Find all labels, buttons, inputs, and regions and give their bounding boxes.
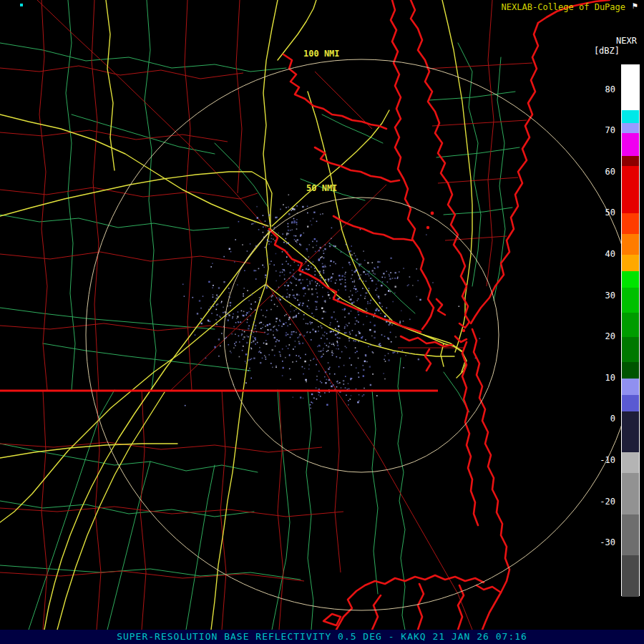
colorbar-segment [622,555,639,597]
colorbar-tick: 50 [605,207,615,218]
range-ring-50 [224,197,499,472]
units-label: [dBZ] [594,46,620,56]
colorbar-tick: 40 [605,248,615,260]
cod-flag-icon: ⚑ [633,1,638,11]
colorbar-segment [622,395,639,411]
attribution-text: NEXLAB-College of DuPage [502,2,625,12]
range-rings [86,59,637,610]
colorbar-segment [622,411,639,453]
colorbar-segment [622,110,639,122]
colorbar-segment [622,133,639,156]
colorbar-segment [622,514,639,556]
colorbar-tick: -10 [600,454,615,466]
radar-map [0,0,644,630]
range-ring-50-label: 50 NMI [306,183,337,193]
colorbar-segment [622,271,639,288]
map-highways [0,0,472,630]
colorbar-segment [622,452,639,473]
reflectivity-colorbar [621,64,640,596]
colorbar-tick: 10 [605,372,615,384]
radar-echo-layer [182,195,480,409]
range-ring-100 [86,59,637,610]
colorbar-tick: 20 [605,331,615,342]
colorbar-segment [622,473,639,514]
range-ring-100-label: 100 NMI [303,49,340,59]
colorbar-tick: 0 [610,413,615,424]
map-secondary-roads [0,0,519,630]
colorbar-segment [622,156,639,166]
colorbar-segment [622,313,639,338]
colorbar-segment [622,123,639,133]
colorbar-tick: -30 [600,537,615,548]
colorbar-segment [622,379,639,395]
colorbar-tick: 30 [605,290,615,301]
colorbar-segment [622,288,639,313]
colorbar-tick: 70 [605,125,615,136]
colorbar-tick: -20 [600,496,615,507]
colorbar-segment [622,166,639,213]
product-code-label: NEXR [616,36,637,46]
colorbar-segment [622,213,639,234]
colorbar-tick: 80 [605,84,615,95]
colorbar-segment [622,255,639,271]
product-caption: SUPER-RESOLUTION BASE REFLECTIVITY 0.5 D… [0,630,644,644]
map-coastline [269,0,610,630]
colorbar-tick-labels: 80706050403020100-10-20-30 [581,64,615,596]
map-county-lines [0,0,532,630]
colorbar-segment [622,234,639,255]
radar-display: NEXLAB-College of DuPage ⚑ NEXR [dBZ] 10… [0,0,644,644]
colorbar-segment [622,337,639,362]
colorbar-segment [622,362,639,379]
map-marker-cyan [20,4,23,6]
colorbar-segment [622,65,639,110]
colorbar-tick: 60 [605,166,615,177]
